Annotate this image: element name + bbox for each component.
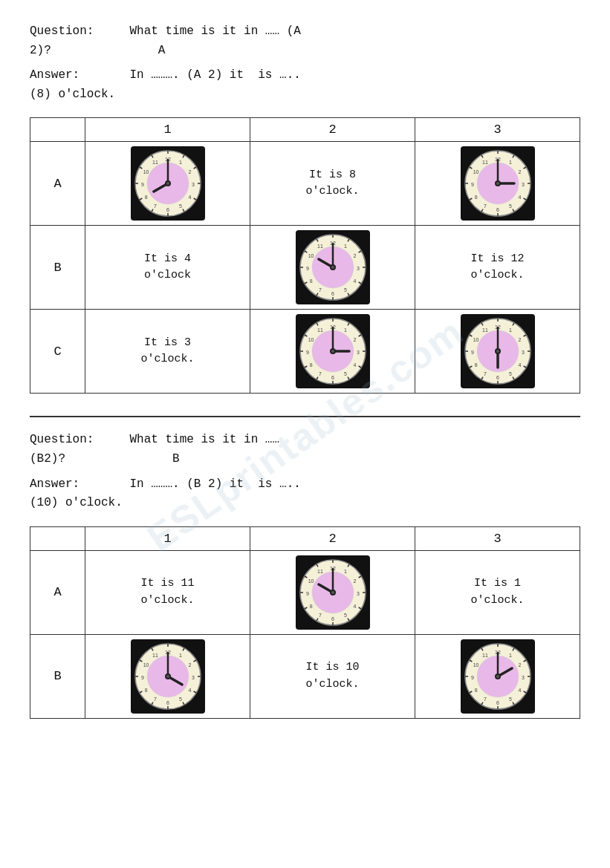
svg-text:11: 11 — [482, 653, 488, 658]
svg-text:8: 8 — [474, 687, 477, 692]
svg-text:2: 2 — [353, 253, 356, 258]
col-header — [30, 118, 85, 142]
svg-text:7: 7 — [319, 613, 322, 618]
clock-cell: 121234567891011 — [250, 226, 415, 310]
svg-text:6: 6 — [166, 699, 169, 705]
svg-text:2: 2 — [518, 337, 521, 342]
svg-text:7: 7 — [154, 203, 157, 209]
svg-text:3: 3 — [357, 266, 360, 271]
svg-text:3: 3 — [522, 350, 525, 355]
svg-text:9: 9 — [141, 674, 144, 679]
svg-text:5: 5 — [509, 371, 512, 376]
svg-text:6: 6 — [496, 699, 499, 705]
svg-text:6: 6 — [496, 207, 499, 212]
svg-text:11: 11 — [152, 653, 158, 658]
section1-question-block: Question: What time is it in …… (A 2)? A… — [30, 22, 580, 104]
svg-text:6: 6 — [331, 291, 334, 296]
text-cell: It is 4 o'clock — [85, 226, 250, 310]
clock-cell: 121234567891011 — [415, 310, 580, 394]
svg-point-123 — [331, 350, 334, 353]
svg-text:1: 1 — [179, 160, 182, 165]
table-row: AIt is 11 o'clock. 121234567891011 It is… — [30, 550, 580, 634]
svg-text:11: 11 — [317, 244, 323, 249]
section1-question: Question: What time is it in …… (A 2)? A — [30, 22, 580, 60]
section2-question: Question: What time is it in …… (B2)? B — [30, 431, 580, 469]
section2-question-block: Question: What time is it in …… (B2)? B … — [30, 431, 580, 512]
row-label: A — [30, 550, 85, 634]
clock-cell: 121234567891011 — [250, 310, 415, 394]
text-cell: It is 12 o'clock. — [415, 226, 580, 310]
svg-text:4: 4 — [518, 362, 521, 368]
text-cell: It is 11 o'clock. — [85, 550, 250, 634]
row-label: C — [30, 310, 85, 394]
svg-text:1: 1 — [509, 160, 512, 165]
svg-text:5: 5 — [509, 696, 512, 702]
clock-cell: 121234567891011 — [415, 634, 580, 718]
clock-cell: 121234567891011 — [85, 142, 250, 226]
svg-text:1: 1 — [344, 327, 347, 333]
svg-text:10: 10 — [143, 169, 149, 174]
table-row: B 121234567891011 It is 10 o'clock. 1212… — [30, 634, 580, 718]
svg-text:10: 10 — [473, 662, 478, 667]
svg-text:10: 10 — [308, 578, 314, 583]
svg-text:4: 4 — [518, 687, 521, 692]
svg-point-154 — [496, 350, 499, 353]
svg-text:5: 5 — [344, 287, 347, 293]
svg-text:9: 9 — [141, 182, 144, 187]
svg-text:2: 2 — [518, 169, 521, 174]
svg-text:2: 2 — [353, 578, 356, 583]
section1-answer: Answer: In ………. (A 2) it is ….. (8) o'cl… — [30, 66, 580, 104]
row-label: B — [30, 226, 85, 310]
table2-header-row: 123 — [30, 526, 580, 550]
svg-text:9: 9 — [471, 350, 474, 355]
svg-text:6: 6 — [166, 207, 169, 212]
svg-text:9: 9 — [471, 182, 474, 187]
svg-text:7: 7 — [484, 203, 487, 209]
svg-text:11: 11 — [317, 327, 323, 333]
table-row: A 121234567891011 It is 8 o'clock. 12123… — [30, 142, 580, 226]
svg-text:4: 4 — [188, 195, 191, 200]
svg-text:5: 5 — [179, 203, 182, 209]
svg-text:1: 1 — [179, 653, 182, 658]
svg-text:7: 7 — [319, 371, 322, 376]
svg-text:11: 11 — [317, 569, 323, 574]
svg-text:1: 1 — [509, 327, 512, 333]
col-header: 3 — [415, 118, 580, 142]
clock-cell: 121234567891011 — [85, 634, 250, 718]
svg-text:10: 10 — [308, 337, 314, 342]
svg-text:9: 9 — [306, 590, 309, 595]
svg-text:4: 4 — [353, 278, 356, 284]
svg-text:9: 9 — [306, 350, 309, 355]
row-label: B — [30, 634, 85, 718]
svg-text:2: 2 — [188, 169, 191, 174]
svg-text:8: 8 — [309, 362, 312, 368]
text-cell: It is 3 o'clock. — [85, 310, 250, 394]
table1-body: A 121234567891011 It is 8 o'clock. 12123… — [30, 142, 580, 394]
col-header: 2 — [250, 526, 415, 550]
clock-cell: 121234567891011 — [250, 550, 415, 634]
section2-table: 123 AIt is 11 o'clock. 121234567891011 I… — [30, 526, 580, 719]
svg-text:2: 2 — [353, 337, 356, 342]
section-divider — [30, 416, 580, 417]
svg-text:6: 6 — [331, 375, 334, 380]
svg-text:3: 3 — [192, 182, 195, 187]
svg-text:4: 4 — [353, 362, 356, 368]
svg-text:10: 10 — [473, 169, 478, 174]
svg-text:1: 1 — [344, 569, 347, 574]
col-header: 3 — [415, 526, 580, 550]
svg-text:1: 1 — [509, 653, 512, 658]
section2-answer: Answer: In ………. (B 2) it is ….. (10) o'c… — [30, 475, 580, 513]
svg-point-30 — [166, 182, 169, 185]
svg-text:8: 8 — [144, 687, 147, 692]
svg-text:1: 1 — [344, 244, 347, 249]
svg-text:3: 3 — [357, 350, 360, 355]
svg-text:11: 11 — [482, 160, 488, 165]
svg-text:8: 8 — [309, 278, 312, 284]
section1-table: 123 A 121234567891011 It is 8 o'clock. 1… — [30, 117, 580, 394]
col-header: 2 — [250, 118, 415, 142]
svg-point-185 — [331, 591, 334, 594]
svg-point-247 — [496, 675, 499, 678]
table-row: BIt is 4 o'clock 121234567891011 It is 1… — [30, 226, 580, 310]
svg-text:7: 7 — [154, 696, 157, 702]
svg-text:2: 2 — [188, 662, 191, 667]
